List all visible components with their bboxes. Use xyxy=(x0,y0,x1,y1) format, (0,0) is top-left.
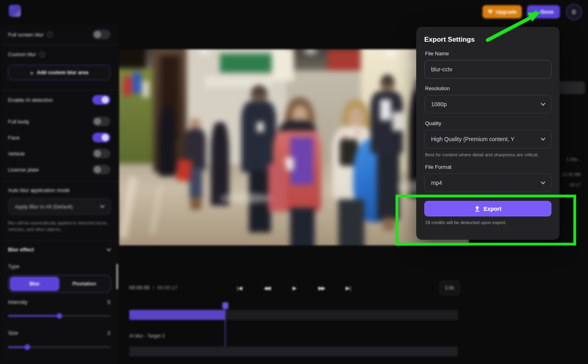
resolution-select[interactable]: 1080p xyxy=(424,95,551,113)
skip-start-icon: |◀ xyxy=(237,285,242,291)
skip-to-end-button[interactable]: ▶| xyxy=(340,281,356,295)
chevron-down-icon xyxy=(541,136,545,140)
scene-shape xyxy=(268,164,287,212)
upgrade-button[interactable]: Upgrade xyxy=(482,5,522,18)
scene-person xyxy=(190,197,201,210)
quality-select[interactable]: High Quality (Premium content, Y xyxy=(424,130,551,148)
scene-person xyxy=(290,208,315,245)
tab-blur[interactable]: Blur xyxy=(10,277,59,291)
size-slider-knob[interactable] xyxy=(24,344,30,350)
timeline-progress-bar[interactable] xyxy=(129,310,458,320)
user-avatar[interactable]: D xyxy=(566,4,582,20)
auto-blur-mode-select[interactable]: Apply Blur to All (Default) xyxy=(8,198,111,215)
intensity-value: 5 xyxy=(108,299,110,305)
app-logo[interactable] xyxy=(9,5,21,17)
intensity-slider-knob[interactable] xyxy=(57,313,62,319)
skip-to-start-button[interactable]: |◀ xyxy=(232,281,248,295)
auto-blur-mode-row: Auto blur application mode xyxy=(8,187,110,193)
intensity-label: Intensity xyxy=(8,299,27,305)
play-button[interactable]: ▶ xyxy=(287,281,303,295)
rewind-button[interactable]: ◀◀ xyxy=(259,281,275,295)
modal-title: Export Settings xyxy=(424,36,551,44)
tab-pixelation[interactable]: Pixelation xyxy=(59,277,109,291)
info-icon[interactable]: i xyxy=(47,32,53,37)
size-value: 2 xyxy=(108,330,110,336)
custom-blur-row: Custom blur i xyxy=(8,51,110,57)
full-screen-blur-toggle[interactable] xyxy=(92,30,110,39)
play-icon: ▶ xyxy=(293,285,297,291)
scene-shape xyxy=(220,193,272,204)
upload-icon xyxy=(474,206,480,212)
blur-effect-title: Blur effect xyxy=(8,247,34,253)
full-body-label: Full body xyxy=(8,119,29,125)
done-label: Done xyxy=(541,9,554,15)
quality-label: Quality xyxy=(425,120,551,126)
enable-ai-label: Enable AI detection xyxy=(8,97,53,103)
scene-person xyxy=(338,199,364,245)
export-settings-modal: Export Settings File Name Resolution 108… xyxy=(416,27,560,240)
scene-shape xyxy=(133,73,141,93)
playhead-handle[interactable] xyxy=(222,302,228,309)
full-screen-blur-label: Full screen blur i xyxy=(8,32,53,38)
scene-shape xyxy=(342,135,347,139)
time-separator: / xyxy=(153,285,154,291)
size-row: Size 2 xyxy=(8,330,110,336)
auto-blur-mode-value: Apply Blur to All (Default) xyxy=(15,204,73,210)
chevron-down-icon xyxy=(100,203,104,208)
blur-track[interactable] xyxy=(129,346,458,356)
face-row: Face xyxy=(8,133,110,142)
hidden-panel-text: 13.35 MB xyxy=(562,172,581,177)
skip-end-icon: ▶| xyxy=(346,285,351,291)
vehicle-toggle[interactable] xyxy=(92,149,110,158)
scene-shape xyxy=(142,81,149,97)
avatar-initial: D xyxy=(572,9,576,15)
quality-helper-text: Best for content where detail and sharpn… xyxy=(425,152,551,157)
file-name-label: File Name xyxy=(425,51,551,57)
scene-shape xyxy=(393,112,404,131)
size-slider[interactable] xyxy=(8,346,111,348)
enable-ai-toggle[interactable] xyxy=(92,95,110,105)
rewind-icon: ◀◀ xyxy=(264,285,270,291)
check-icon: ✓ xyxy=(533,9,538,15)
license-plate-label: License plate xyxy=(8,167,39,173)
file-format-select[interactable]: mp4 xyxy=(424,174,551,192)
blur-effect-header[interactable]: Blur effect xyxy=(8,247,110,253)
face-toggle[interactable] xyxy=(92,133,110,142)
total-time: 00:00:17 xyxy=(157,285,178,291)
hidden-panel-button xyxy=(557,81,585,94)
divider xyxy=(0,45,119,45)
playback-speed-button[interactable]: 1.0x xyxy=(439,281,460,295)
current-time: 00:00:05 xyxy=(129,285,150,291)
add-custom-blur-button[interactable]: + Add custom blur area xyxy=(8,65,110,80)
full-body-toggle[interactable] xyxy=(92,117,110,126)
license-plate-row: License plate xyxy=(8,165,110,174)
intensity-slider[interactable] xyxy=(8,315,111,317)
license-plate-toggle[interactable] xyxy=(92,165,110,174)
scene-shape xyxy=(383,50,398,58)
scene-shape xyxy=(272,49,294,81)
enable-ai-row: Enable AI detection xyxy=(8,95,110,105)
type-label: Type xyxy=(8,263,19,269)
file-format-value: mp4 xyxy=(431,180,442,186)
export-button-label: Export xyxy=(484,206,501,212)
divider xyxy=(0,181,119,182)
settings-sidebar: Full screen blur i Custom blur i + Add c… xyxy=(0,24,119,364)
info-icon[interactable]: i xyxy=(39,52,45,57)
export-button[interactable]: Export xyxy=(424,201,551,216)
type-row: Type xyxy=(8,263,110,269)
credits-note: 18 credits will be deducted upon export. xyxy=(425,220,551,225)
size-label: Size xyxy=(8,330,18,336)
scene-shape xyxy=(220,54,275,73)
hidden-panel-text: 1,29p... xyxy=(566,157,581,162)
done-button[interactable]: ✓ Done xyxy=(527,5,560,18)
file-name-input[interactable] xyxy=(424,60,551,79)
scene-person xyxy=(211,122,229,205)
fast-forward-button[interactable]: ▶▶ xyxy=(313,281,330,295)
blur-type-segmented-control: Blur Pixelation xyxy=(8,275,111,293)
sidebar-scrollbar[interactable] xyxy=(116,264,118,289)
scene-person xyxy=(377,154,399,220)
scene-person xyxy=(380,75,395,93)
full-screen-blur-row: Full screen blur i xyxy=(8,30,110,39)
divider xyxy=(0,90,119,90)
progress-fill xyxy=(129,310,225,320)
